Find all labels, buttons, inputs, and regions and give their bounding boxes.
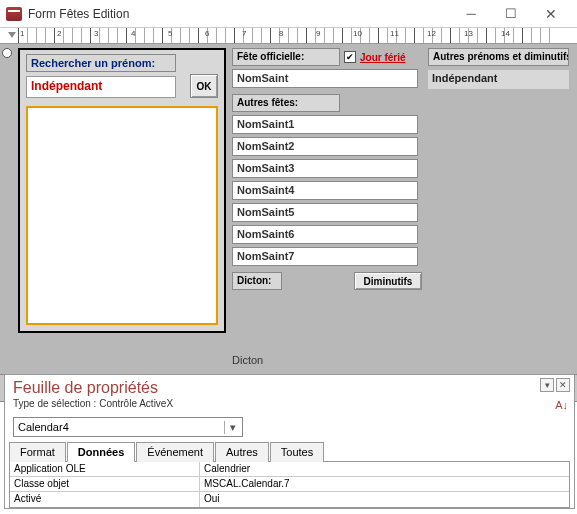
minimize-button[interactable]: ─ xyxy=(451,0,491,28)
ruler-number: 2 xyxy=(57,29,61,38)
nom-saint-field[interactable]: NomSaint xyxy=(232,69,418,88)
ruler-number: 12 xyxy=(427,29,436,38)
section-selector-icon[interactable] xyxy=(2,48,12,58)
autres-fetes-label: Autres fêtes: xyxy=(232,94,340,112)
tab-evenement[interactable]: Événement xyxy=(136,442,214,462)
nom-saint-4-field[interactable]: NomSaint4 xyxy=(232,181,418,200)
nom-saint-5-field[interactable]: NomSaint5 xyxy=(232,203,418,222)
search-panel: Rechercher un prénom: Indépendant OK xyxy=(18,48,226,333)
ruler-number: 7 xyxy=(242,29,246,38)
ruler-number: 10 xyxy=(353,29,362,38)
property-value[interactable]: MSCAL.Calendar.7 xyxy=(200,477,569,491)
ruler-number: 11 xyxy=(390,29,399,38)
window-titlebar: Form Fêtes Edition ─ ☐ ✕ xyxy=(0,0,577,28)
chevron-down-icon: ▾ xyxy=(224,421,240,434)
nom-saint-2-field[interactable]: NomSaint2 xyxy=(232,137,418,156)
tab-donnees[interactable]: Données xyxy=(67,442,135,462)
sort-az-icon[interactable]: A↓ xyxy=(555,399,568,411)
form-design-canvas: Rechercher un prénom: Indépendant OK Fêt… xyxy=(0,44,577,374)
propsheet-title: Feuille de propriétés xyxy=(13,379,566,397)
propsheet-tabs: Format Données Événement Autres Toutes xyxy=(9,441,570,462)
tab-toutes[interactable]: Toutes xyxy=(270,442,324,462)
propsheet-close-icon[interactable]: ✕ xyxy=(556,378,570,392)
autres-prenoms-value: Indépendant xyxy=(428,70,569,89)
ruler-number: 9 xyxy=(316,29,320,38)
jour-ferie-label[interactable]: Jour férié xyxy=(360,52,406,63)
calendar-control[interactable] xyxy=(26,106,218,325)
ruler-marker-icon xyxy=(8,32,16,38)
ruler-number: 5 xyxy=(168,29,172,38)
dicton-field[interactable]: Dicton xyxy=(232,354,263,366)
autres-prenoms-label: Autres prénoms et diminutifs xyxy=(428,48,569,66)
object-selector-value: Calendar4 xyxy=(18,421,69,433)
nom-saint-1-field[interactable]: NomSaint1 xyxy=(232,115,418,134)
tab-autres[interactable]: Autres xyxy=(215,442,269,462)
ruler-number: 6 xyxy=(205,29,209,38)
propsheet-subtitle: Type de sélection : Contrôle ActiveX xyxy=(13,398,566,409)
nom-saint-6-field[interactable]: NomSaint6 xyxy=(232,225,418,244)
diminutifs-button[interactable]: Diminutifs xyxy=(354,272,422,290)
ruler-number: 14 xyxy=(501,29,510,38)
maximize-button[interactable]: ☐ xyxy=(491,0,531,28)
jour-ferie-checkbox[interactable]: ✔ xyxy=(344,51,356,63)
fete-officielle-label: Fête officielle: xyxy=(232,48,340,66)
property-grid: Application OLECalendrierClasse objetMSC… xyxy=(9,462,570,508)
ok-button[interactable]: OK xyxy=(190,74,218,98)
object-selector[interactable]: Calendar4 ▾ xyxy=(13,417,243,437)
close-button[interactable]: ✕ xyxy=(531,0,571,28)
autres-prenoms-panel: Autres prénoms et diminutifs Indépendant xyxy=(428,48,569,89)
fete-fields: Fête officielle: ✔ Jour férié NomSaint A… xyxy=(232,48,422,290)
design-ruler: 1234567891011121314 xyxy=(0,28,577,44)
ruler-number: 4 xyxy=(131,29,135,38)
ruler-number: 1 xyxy=(20,29,24,38)
property-name: Application OLE xyxy=(10,462,200,476)
nom-saint-3-field[interactable]: NomSaint3 xyxy=(232,159,418,178)
window-title: Form Fêtes Edition xyxy=(28,7,451,21)
propsheet-dropdown-icon[interactable]: ▾ xyxy=(540,378,554,392)
property-name: Classe objet xyxy=(10,477,200,491)
property-sheet: Feuille de propriétés Type de sélection … xyxy=(4,374,575,509)
property-row[interactable]: Application OLECalendrier xyxy=(10,462,569,477)
access-icon xyxy=(6,7,22,21)
tab-format[interactable]: Format xyxy=(9,442,66,462)
nom-saint-7-field[interactable]: NomSaint7 xyxy=(232,247,418,266)
property-value[interactable]: Calendrier xyxy=(200,462,569,476)
property-row[interactable]: Classe objetMSCAL.Calendar.7 xyxy=(10,477,569,492)
dicton-small-label: Dicton: xyxy=(232,272,282,290)
ruler-number: 3 xyxy=(94,29,98,38)
ruler-number: 8 xyxy=(279,29,283,38)
property-row[interactable]: ActivéOui xyxy=(10,492,569,507)
search-label: Rechercher un prénom: xyxy=(26,54,176,72)
property-value[interactable]: Oui xyxy=(200,492,569,507)
search-input[interactable]: Indépendant xyxy=(26,76,176,98)
ruler-number: 13 xyxy=(464,29,473,38)
property-name: Activé xyxy=(10,492,200,507)
